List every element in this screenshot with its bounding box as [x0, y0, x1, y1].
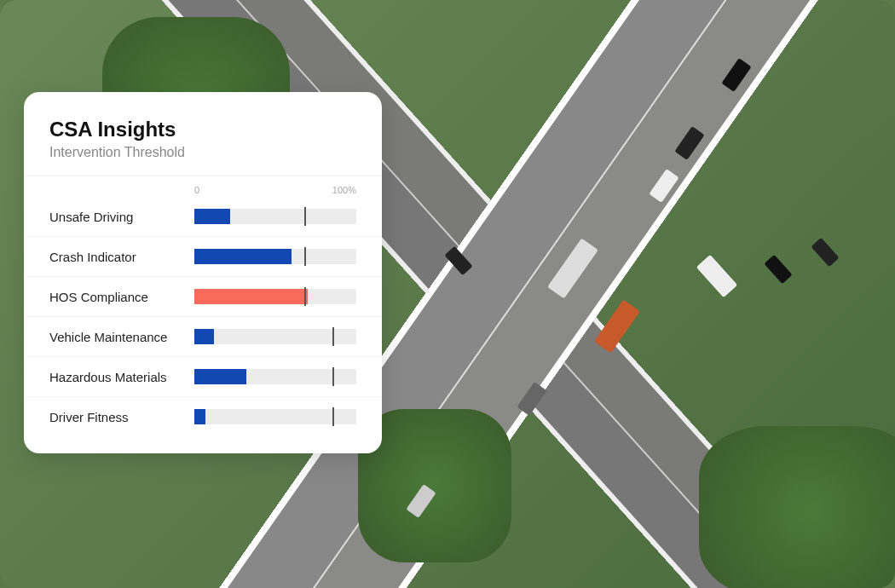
metric-row: Unsafe Driving	[24, 197, 382, 237]
metric-bar	[194, 289, 356, 304]
metric-bar	[194, 409, 356, 424]
card-subtitle: Intervention Threshold	[49, 145, 356, 160]
threshold-mark	[304, 247, 306, 266]
threshold-mark	[332, 367, 334, 386]
metric-bar-fill	[194, 209, 230, 224]
scale-row: 0 100%	[24, 176, 382, 197]
metric-label: HOS Compliance	[49, 290, 194, 304]
metric-label: Unsafe Driving	[49, 210, 194, 224]
threshold-mark	[332, 407, 334, 426]
threshold-mark	[332, 327, 334, 346]
metric-bar	[194, 209, 356, 224]
card-header: CSA Insights Intervention Threshold	[24, 118, 382, 176]
threshold-mark	[304, 207, 306, 226]
scale-max: 100%	[332, 185, 356, 195]
metric-bar	[194, 249, 356, 264]
metric-bar-fill	[194, 409, 205, 424]
scale-min: 0	[194, 185, 199, 195]
metric-label: Driver Fitness	[49, 410, 194, 424]
metrics-list: Unsafe DrivingCrash IndicatorHOS Complia…	[24, 197, 382, 436]
threshold-mark	[304, 287, 306, 306]
metric-bar-fill	[194, 289, 308, 304]
metric-label: Crash Indicator	[49, 250, 194, 264]
metric-row: Vehicle Maintenance	[24, 317, 382, 357]
metric-bar	[194, 329, 356, 344]
metric-row: Hazardous Materials	[24, 357, 382, 397]
metric-bar-fill	[194, 249, 292, 264]
metric-bar	[194, 369, 356, 384]
metric-row: HOS Compliance	[24, 277, 382, 317]
csa-insights-card: CSA Insights Intervention Threshold 0 10…	[24, 92, 382, 453]
metric-bar-fill	[194, 369, 246, 384]
card-title: CSA Insights	[49, 118, 356, 141]
metric-row: Crash Indicator	[24, 237, 382, 277]
metric-label: Hazardous Materials	[49, 370, 194, 384]
metric-row: Driver Fitness	[24, 397, 382, 436]
metric-bar-fill	[194, 329, 214, 344]
metric-label: Vehicle Maintenance	[49, 330, 194, 344]
